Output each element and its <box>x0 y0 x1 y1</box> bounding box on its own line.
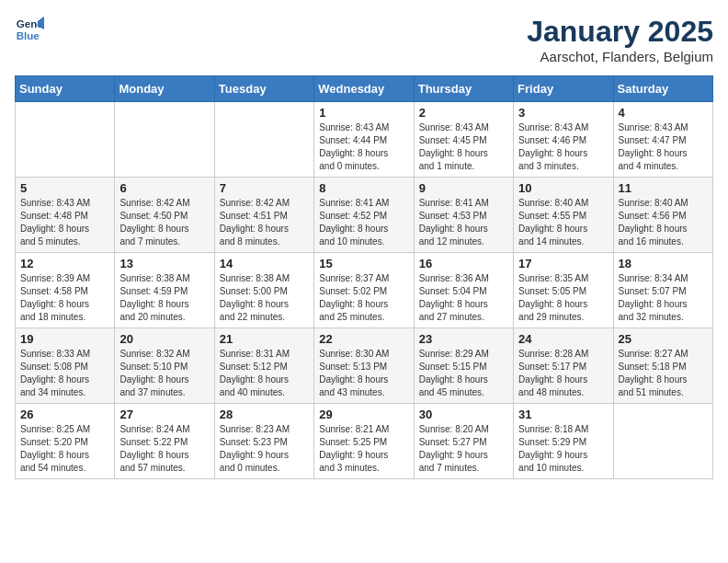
month-title: January 2025 <box>527 15 713 49</box>
calendar-cell: 1Sunrise: 8:43 AM Sunset: 4:44 PM Daylig… <box>314 102 414 178</box>
weekday-header-row: SundayMondayTuesdayWednesdayThursdayFrid… <box>16 76 713 102</box>
day-number: 29 <box>319 408 408 421</box>
calendar-cell: 6Sunrise: 8:42 AM Sunset: 4:50 PM Daylig… <box>115 178 214 253</box>
calendar-cell: 24Sunrise: 8:28 AM Sunset: 5:17 PM Dayli… <box>514 328 613 404</box>
day-info: Sunrise: 8:18 AM Sunset: 5:29 PM Dayligh… <box>518 423 608 475</box>
calendar-cell: 22Sunrise: 8:30 AM Sunset: 5:13 PM Dayli… <box>314 328 414 404</box>
weekday-header-thursday: Thursday <box>414 76 513 102</box>
day-info: Sunrise: 8:38 AM Sunset: 5:00 PM Dayligh… <box>220 272 309 324</box>
calendar-cell: 28Sunrise: 8:23 AM Sunset: 5:23 PM Dayli… <box>214 404 313 479</box>
day-number: 26 <box>20 408 109 421</box>
calendar-cell: 9Sunrise: 8:41 AM Sunset: 4:53 PM Daylig… <box>414 178 513 253</box>
calendar-week-5: 26Sunrise: 8:25 AM Sunset: 5:20 PM Dayli… <box>16 404 713 479</box>
day-info: Sunrise: 8:31 AM Sunset: 5:12 PM Dayligh… <box>220 348 309 399</box>
calendar-cell: 10Sunrise: 8:40 AM Sunset: 4:55 PM Dayli… <box>514 178 613 253</box>
calendar-table: SundayMondayTuesdayWednesdayThursdayFrid… <box>15 75 713 479</box>
day-number: 16 <box>419 257 508 270</box>
day-number: 12 <box>20 257 109 270</box>
day-info: Sunrise: 8:38 AM Sunset: 4:59 PM Dayligh… <box>119 272 209 324</box>
calendar-cell: 3Sunrise: 8:43 AM Sunset: 4:46 PM Daylig… <box>514 102 613 178</box>
calendar-cell: 17Sunrise: 8:35 AM Sunset: 5:05 PM Dayli… <box>514 253 613 328</box>
day-info: Sunrise: 8:36 AM Sunset: 5:04 PM Dayligh… <box>419 272 508 324</box>
calendar-cell: 25Sunrise: 8:27 AM Sunset: 5:18 PM Dayli… <box>613 328 712 404</box>
day-info: Sunrise: 8:42 AM Sunset: 4:50 PM Dayligh… <box>119 197 209 248</box>
day-info: Sunrise: 8:21 AM Sunset: 5:25 PM Dayligh… <box>319 423 408 475</box>
calendar-cell: 16Sunrise: 8:36 AM Sunset: 5:04 PM Dayli… <box>414 253 513 328</box>
day-info: Sunrise: 8:30 AM Sunset: 5:13 PM Dayligh… <box>319 348 408 399</box>
day-number: 10 <box>518 181 608 195</box>
day-number: 28 <box>220 408 309 421</box>
day-info: Sunrise: 8:33 AM Sunset: 5:08 PM Dayligh… <box>20 348 109 399</box>
day-info: Sunrise: 8:37 AM Sunset: 5:02 PM Dayligh… <box>319 272 408 324</box>
calendar-week-4: 19Sunrise: 8:33 AM Sunset: 5:08 PM Dayli… <box>16 328 713 404</box>
day-number: 19 <box>20 332 109 346</box>
day-info: Sunrise: 8:25 AM Sunset: 5:20 PM Dayligh… <box>20 423 109 475</box>
weekday-header-saturday: Saturday <box>613 76 712 102</box>
day-number: 24 <box>518 332 608 346</box>
day-info: Sunrise: 8:23 AM Sunset: 5:23 PM Dayligh… <box>220 423 309 475</box>
calendar-week-2: 5Sunrise: 8:43 AM Sunset: 4:48 PM Daylig… <box>16 178 713 253</box>
day-number: 22 <box>319 332 408 346</box>
calendar-cell: 14Sunrise: 8:38 AM Sunset: 5:00 PM Dayli… <box>214 253 313 328</box>
calendar-cell <box>16 102 115 178</box>
day-info: Sunrise: 8:43 AM Sunset: 4:44 PM Dayligh… <box>319 121 408 173</box>
calendar-cell: 5Sunrise: 8:43 AM Sunset: 4:48 PM Daylig… <box>16 178 115 253</box>
day-number: 20 <box>119 332 209 346</box>
day-info: Sunrise: 8:43 AM Sunset: 4:48 PM Dayligh… <box>20 197 109 248</box>
weekday-header-wednesday: Wednesday <box>314 76 414 102</box>
calendar-cell: 12Sunrise: 8:39 AM Sunset: 4:58 PM Dayli… <box>16 253 115 328</box>
calendar-cell: 7Sunrise: 8:42 AM Sunset: 4:51 PM Daylig… <box>214 178 313 253</box>
calendar-cell: 15Sunrise: 8:37 AM Sunset: 5:02 PM Dayli… <box>314 253 414 328</box>
weekday-header-sunday: Sunday <box>16 76 115 102</box>
calendar-cell: 8Sunrise: 8:41 AM Sunset: 4:52 PM Daylig… <box>314 178 414 253</box>
calendar-cell: 4Sunrise: 8:43 AM Sunset: 4:47 PM Daylig… <box>613 102 712 178</box>
day-number: 31 <box>518 408 608 421</box>
day-info: Sunrise: 8:41 AM Sunset: 4:53 PM Dayligh… <box>419 197 508 248</box>
day-info: Sunrise: 8:43 AM Sunset: 4:45 PM Dayligh… <box>419 121 508 173</box>
day-number: 17 <box>518 257 608 270</box>
day-number: 7 <box>220 181 309 195</box>
day-info: Sunrise: 8:34 AM Sunset: 5:07 PM Dayligh… <box>619 272 708 324</box>
calendar-cell: 18Sunrise: 8:34 AM Sunset: 5:07 PM Dayli… <box>613 253 712 328</box>
day-info: Sunrise: 8:35 AM Sunset: 5:05 PM Dayligh… <box>518 272 608 324</box>
day-number: 8 <box>319 181 408 195</box>
day-info: Sunrise: 8:32 AM Sunset: 5:10 PM Dayligh… <box>119 348 209 399</box>
day-number: 9 <box>419 181 508 195</box>
weekday-header-monday: Monday <box>115 76 214 102</box>
calendar-cell: 31Sunrise: 8:18 AM Sunset: 5:29 PM Dayli… <box>514 404 613 479</box>
day-info: Sunrise: 8:29 AM Sunset: 5:15 PM Dayligh… <box>419 348 508 399</box>
day-number: 21 <box>220 332 309 346</box>
day-number: 1 <box>319 106 408 120</box>
day-number: 13 <box>119 257 209 270</box>
day-number: 27 <box>119 408 209 421</box>
weekday-header-tuesday: Tuesday <box>214 76 313 102</box>
day-number: 15 <box>319 257 408 270</box>
calendar-cell <box>214 102 313 178</box>
logo: General Blue <box>15 15 44 44</box>
logo-icon: General Blue <box>15 15 44 44</box>
day-info: Sunrise: 8:43 AM Sunset: 4:47 PM Dayligh… <box>619 121 708 173</box>
day-number: 6 <box>119 181 209 195</box>
calendar-cell: 21Sunrise: 8:31 AM Sunset: 5:12 PM Dayli… <box>214 328 313 404</box>
day-info: Sunrise: 8:39 AM Sunset: 4:58 PM Dayligh… <box>20 272 109 324</box>
calendar-cell: 23Sunrise: 8:29 AM Sunset: 5:15 PM Dayli… <box>414 328 513 404</box>
location: Aarschot, Flanders, Belgium <box>527 49 713 64</box>
day-number: 4 <box>619 106 708 120</box>
calendar-cell: 26Sunrise: 8:25 AM Sunset: 5:20 PM Dayli… <box>16 404 115 479</box>
calendar-cell: 20Sunrise: 8:32 AM Sunset: 5:10 PM Dayli… <box>115 328 214 404</box>
day-info: Sunrise: 8:41 AM Sunset: 4:52 PM Dayligh… <box>319 197 408 248</box>
calendar-cell <box>115 102 214 178</box>
day-info: Sunrise: 8:43 AM Sunset: 4:46 PM Dayligh… <box>518 121 608 173</box>
calendar-cell: 19Sunrise: 8:33 AM Sunset: 5:08 PM Dayli… <box>16 328 115 404</box>
day-number: 18 <box>619 257 708 270</box>
calendar-cell: 2Sunrise: 8:43 AM Sunset: 4:45 PM Daylig… <box>414 102 513 178</box>
calendar-cell: 27Sunrise: 8:24 AM Sunset: 5:22 PM Dayli… <box>115 404 214 479</box>
calendar-cell: 11Sunrise: 8:40 AM Sunset: 4:56 PM Dayli… <box>613 178 712 253</box>
page-header: General Blue January 2025 Aarschot, Flan… <box>15 15 713 64</box>
title-block: January 2025 Aarschot, Flanders, Belgium <box>527 15 713 64</box>
day-number: 23 <box>419 332 508 346</box>
day-info: Sunrise: 8:28 AM Sunset: 5:17 PM Dayligh… <box>518 348 608 399</box>
day-number: 5 <box>20 181 109 195</box>
calendar-week-3: 12Sunrise: 8:39 AM Sunset: 4:58 PM Dayli… <box>16 253 713 328</box>
day-info: Sunrise: 8:40 AM Sunset: 4:56 PM Dayligh… <box>619 197 708 248</box>
